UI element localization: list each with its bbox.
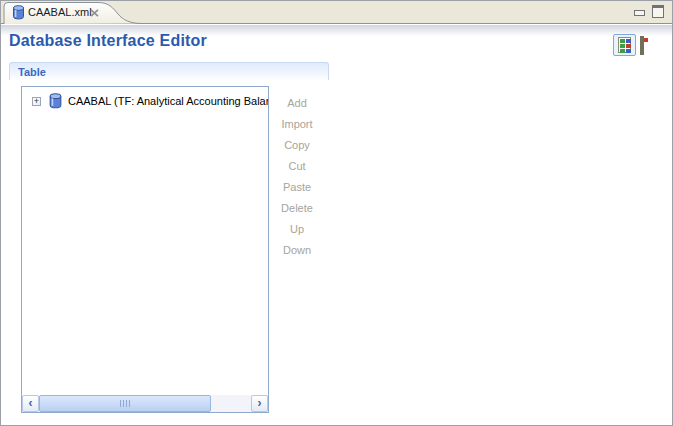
action-down-button[interactable]: Down: [273, 240, 321, 261]
scrollbar-track[interactable]: [211, 395, 251, 412]
minimize-icon[interactable]: [634, 10, 645, 16]
page-title: Database Interface Editor: [9, 32, 207, 50]
scroll-right-icon[interactable]: ›: [251, 395, 268, 412]
editor-tab-bar: CAABAL.xml: [1, 1, 672, 24]
action-import-button[interactable]: Import: [273, 114, 321, 135]
horizontal-scrollbar: ‹ ›: [22, 395, 268, 412]
tab-title: CAABAL.xml: [28, 6, 92, 18]
tree-item-label: CAABAL (TF: Analytical Accounting Balanc: [68, 95, 268, 107]
close-icon[interactable]: [90, 9, 99, 17]
table-columns-glyph: [618, 37, 631, 53]
maximize-icon[interactable]: [652, 5, 664, 18]
action-delete-button[interactable]: Delete: [273, 198, 321, 219]
database-table-icon: [49, 93, 62, 109]
table-tree-panel: + CAABAL (TF: Analytical Accounting Bala…: [21, 86, 269, 413]
tree-item-caabal[interactable]: + CAABAL (TF: Analytical Accounting Bala…: [32, 93, 268, 109]
expand-plus-icon[interactable]: +: [32, 97, 41, 106]
database-icon: [13, 5, 24, 20]
action-paste-button[interactable]: Paste: [273, 177, 321, 198]
grid-view-icon[interactable]: [613, 34, 636, 56]
action-copy-button[interactable]: Copy: [273, 135, 321, 156]
table-section-header: Table: [9, 62, 329, 80]
section-title: Table: [18, 66, 46, 78]
tab-caabal-xml[interactable]: CAABAL.xml: [3, 1, 143, 24]
scrollbar-thumb[interactable]: [39, 395, 211, 412]
scrollbar-grip: [120, 400, 131, 407]
scroll-left-icon[interactable]: ‹: [22, 395, 39, 412]
table-actions-column: Add Import Copy Cut Paste Delete Up Down: [273, 93, 321, 261]
action-cut-button[interactable]: Cut: [273, 156, 321, 177]
action-up-button[interactable]: Up: [273, 219, 321, 240]
record-row-glyph: [642, 36, 644, 55]
list-view-icon[interactable]: [640, 37, 660, 54]
action-add-button[interactable]: Add: [273, 93, 321, 114]
database-interface-editor-window: CAABAL.xml Database Interface Editor Tab…: [0, 0, 673, 426]
